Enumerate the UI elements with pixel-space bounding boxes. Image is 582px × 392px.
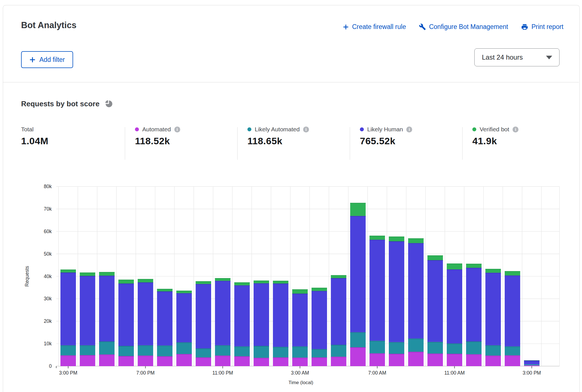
bar-segment[interactable] <box>254 358 269 366</box>
bar-segment[interactable] <box>273 347 288 357</box>
bar-segment[interactable] <box>234 285 250 346</box>
bar-segment[interactable] <box>331 278 346 345</box>
bar-segment[interactable] <box>196 357 211 366</box>
bar-segment[interactable] <box>312 357 327 366</box>
bar-segment[interactable] <box>369 353 385 366</box>
bar-segment[interactable] <box>292 289 308 294</box>
bar-segment[interactable] <box>118 283 134 346</box>
bar-segment[interactable] <box>485 355 501 366</box>
bar-segment[interactable] <box>234 356 250 366</box>
bar-segment[interactable] <box>408 339 424 352</box>
bar-segment[interactable] <box>80 345 95 355</box>
bar-segment[interactable] <box>331 357 346 366</box>
bar-segment[interactable] <box>350 332 366 347</box>
bar-segment[interactable] <box>176 293 192 342</box>
bar-segment[interactable] <box>176 342 192 354</box>
bar-segment[interactable] <box>254 346 269 358</box>
bar-segment[interactable] <box>447 354 462 366</box>
info-icon[interactable]: i <box>406 127 412 132</box>
bar-segment[interactable] <box>234 346 250 356</box>
bar-segment[interactable] <box>369 341 385 353</box>
bar-segment[interactable] <box>485 345 501 356</box>
print-report-link[interactable]: Print report <box>521 23 563 31</box>
bar-segment[interactable] <box>389 241 404 342</box>
bar-segment[interactable] <box>118 356 134 366</box>
bar-segment[interactable] <box>80 355 95 366</box>
bar-segment[interactable] <box>312 349 327 357</box>
bar-segment[interactable] <box>60 272 76 345</box>
bar-segment[interactable] <box>369 236 385 240</box>
bar-segment-edge <box>408 352 424 352</box>
bar-segment[interactable] <box>389 236 404 241</box>
info-icon[interactable]: i <box>303 127 309 132</box>
bar-segment[interactable] <box>466 354 482 366</box>
bar-segment[interactable] <box>408 238 424 243</box>
bar-segment[interactable] <box>466 341 482 354</box>
bar-segment[interactable] <box>505 355 520 366</box>
bar-segment[interactable] <box>138 282 153 345</box>
bar-segment[interactable] <box>447 263 462 269</box>
section-title-row: Requests by bot score <box>21 100 112 108</box>
bar-segment[interactable] <box>196 284 211 348</box>
bar-segment[interactable] <box>292 294 308 346</box>
bar-segment[interactable] <box>254 283 269 346</box>
bar-segment[interactable] <box>505 271 520 275</box>
bar-segment[interactable] <box>466 268 482 341</box>
bar-segment[interactable] <box>118 346 134 356</box>
bar-segment[interactable] <box>312 291 327 349</box>
bar-segment[interactable] <box>427 353 443 366</box>
bar-segment-edge <box>215 355 231 356</box>
bar-segment[interactable] <box>215 345 231 356</box>
bar-segment[interactable] <box>60 345 76 355</box>
bar-segment[interactable] <box>215 355 231 366</box>
bar-segment[interactable] <box>408 243 424 338</box>
bar-segment[interactable] <box>427 342 443 354</box>
bar-segment[interactable] <box>99 354 114 366</box>
bar-segment[interactable] <box>273 357 288 366</box>
bar-segment[interactable] <box>524 360 540 361</box>
bar-segment[interactable] <box>408 352 424 366</box>
add-filter-button[interactable]: Add filter <box>21 51 73 68</box>
bar-segment[interactable] <box>331 345 346 357</box>
info-icon[interactable]: i <box>174 127 180 132</box>
bar-segment[interactable] <box>273 283 288 347</box>
bar-segment[interactable] <box>389 354 404 366</box>
bar-segment[interactable] <box>505 275 520 346</box>
bar-segment[interactable] <box>447 269 462 344</box>
bar-segment[interactable] <box>427 255 443 260</box>
bar-segment[interactable] <box>485 273 501 345</box>
bar-segment[interactable] <box>389 342 404 354</box>
info-icon[interactable]: i <box>513 127 518 132</box>
bar-segment[interactable] <box>80 276 95 345</box>
bar-segment[interactable] <box>157 291 173 345</box>
bar-segment[interactable] <box>99 276 114 341</box>
bar-segment[interactable] <box>196 348 211 357</box>
bar-segment[interactable] <box>485 269 501 273</box>
bar-segment[interactable] <box>524 365 540 366</box>
bar-segment[interactable] <box>138 355 153 366</box>
bar-segment[interactable] <box>138 345 153 356</box>
bar-segment[interactable] <box>60 355 76 366</box>
bar-segment[interactable] <box>157 346 173 356</box>
bar-segment[interactable] <box>350 216 366 332</box>
bar-segment[interactable] <box>427 260 443 342</box>
bar-segment[interactable] <box>350 347 366 366</box>
bar-segment[interactable] <box>369 240 385 341</box>
bar-segment[interactable] <box>292 346 308 358</box>
bar-segment[interactable] <box>466 264 482 268</box>
bar-segment[interactable] <box>99 341 114 354</box>
time-range-select[interactable]: Last 24 hours <box>474 48 560 66</box>
bar-segment[interactable] <box>215 281 231 345</box>
bar-segment[interactable] <box>176 354 192 366</box>
bar-segment[interactable] <box>350 203 366 216</box>
bar-segment[interactable] <box>118 280 134 284</box>
configure-bot-management-link[interactable]: Configure Bot Management <box>419 23 508 31</box>
bar-segment[interactable] <box>524 364 540 366</box>
bar-segment[interactable] <box>505 346 520 355</box>
bar-segment[interactable] <box>447 343 462 354</box>
requests-by-bot-score-chart[interactable]: 010k20k30k40k50k60k70k80k3:00 PM7:00 PM1… <box>0 174 582 392</box>
bar-segment[interactable] <box>157 356 173 366</box>
create-firewall-rule-link[interactable]: Create firewall rule <box>343 23 406 31</box>
bar-segment[interactable] <box>524 361 540 364</box>
bar-segment[interactable] <box>292 358 308 366</box>
